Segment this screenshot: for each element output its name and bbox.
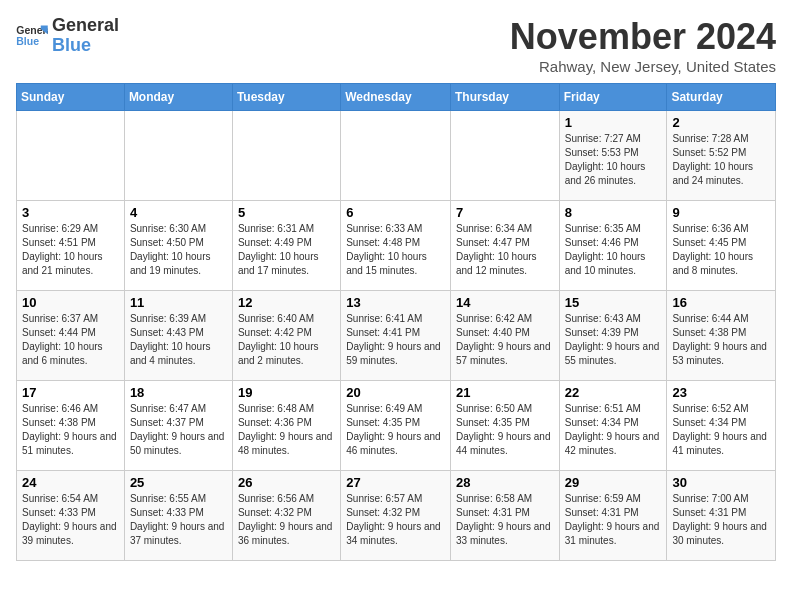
- day-number: 25: [130, 475, 227, 490]
- logo-text: GeneralBlue: [52, 16, 119, 56]
- day-info: Sunrise: 6:54 AM Sunset: 4:33 PM Dayligh…: [22, 492, 119, 548]
- day-number: 12: [238, 295, 335, 310]
- day-info: Sunrise: 6:43 AM Sunset: 4:39 PM Dayligh…: [565, 312, 662, 368]
- day-number: 3: [22, 205, 119, 220]
- header-day-monday: Monday: [124, 84, 232, 111]
- logo: General Blue GeneralBlue: [16, 16, 119, 56]
- day-info: Sunrise: 6:47 AM Sunset: 4:37 PM Dayligh…: [130, 402, 227, 458]
- day-info: Sunrise: 6:50 AM Sunset: 4:35 PM Dayligh…: [456, 402, 554, 458]
- calendar-cell: 22Sunrise: 6:51 AM Sunset: 4:34 PM Dayli…: [559, 381, 667, 471]
- calendar-cell: 23Sunrise: 6:52 AM Sunset: 4:34 PM Dayli…: [667, 381, 776, 471]
- svg-text:Blue: Blue: [16, 35, 39, 47]
- day-number: 21: [456, 385, 554, 400]
- day-info: Sunrise: 6:48 AM Sunset: 4:36 PM Dayligh…: [238, 402, 335, 458]
- day-number: 4: [130, 205, 227, 220]
- day-number: 20: [346, 385, 445, 400]
- calendar-cell: 14Sunrise: 6:42 AM Sunset: 4:40 PM Dayli…: [450, 291, 559, 381]
- calendar-cell: 25Sunrise: 6:55 AM Sunset: 4:33 PM Dayli…: [124, 471, 232, 561]
- day-number: 27: [346, 475, 445, 490]
- calendar-cell: [232, 111, 340, 201]
- header-row: SundayMondayTuesdayWednesdayThursdayFrid…: [17, 84, 776, 111]
- day-info: Sunrise: 6:44 AM Sunset: 4:38 PM Dayligh…: [672, 312, 770, 368]
- calendar-cell: 5Sunrise: 6:31 AM Sunset: 4:49 PM Daylig…: [232, 201, 340, 291]
- calendar-cell: 27Sunrise: 6:57 AM Sunset: 4:32 PM Dayli…: [341, 471, 451, 561]
- day-number: 30: [672, 475, 770, 490]
- calendar-cell: [17, 111, 125, 201]
- calendar-cell: [124, 111, 232, 201]
- day-number: 24: [22, 475, 119, 490]
- calendar-cell: 6Sunrise: 6:33 AM Sunset: 4:48 PM Daylig…: [341, 201, 451, 291]
- week-row-0: 1Sunrise: 7:27 AM Sunset: 5:53 PM Daylig…: [17, 111, 776, 201]
- calendar-cell: 7Sunrise: 6:34 AM Sunset: 4:47 PM Daylig…: [450, 201, 559, 291]
- day-info: Sunrise: 6:51 AM Sunset: 4:34 PM Dayligh…: [565, 402, 662, 458]
- calendar-cell: 29Sunrise: 6:59 AM Sunset: 4:31 PM Dayli…: [559, 471, 667, 561]
- week-row-1: 3Sunrise: 6:29 AM Sunset: 4:51 PM Daylig…: [17, 201, 776, 291]
- calendar-cell: 11Sunrise: 6:39 AM Sunset: 4:43 PM Dayli…: [124, 291, 232, 381]
- calendar-cell: 3Sunrise: 6:29 AM Sunset: 4:51 PM Daylig…: [17, 201, 125, 291]
- day-number: 9: [672, 205, 770, 220]
- day-number: 8: [565, 205, 662, 220]
- calendar-cell: 10Sunrise: 6:37 AM Sunset: 4:44 PM Dayli…: [17, 291, 125, 381]
- calendar-cell: 12Sunrise: 6:40 AM Sunset: 4:42 PM Dayli…: [232, 291, 340, 381]
- header-day-tuesday: Tuesday: [232, 84, 340, 111]
- calendar-cell: 20Sunrise: 6:49 AM Sunset: 4:35 PM Dayli…: [341, 381, 451, 471]
- title-section: November 2024 Rahway, New Jersey, United…: [510, 16, 776, 75]
- calendar-table: SundayMondayTuesdayWednesdayThursdayFrid…: [16, 83, 776, 561]
- calendar-cell: 1Sunrise: 7:27 AM Sunset: 5:53 PM Daylig…: [559, 111, 667, 201]
- day-number: 10: [22, 295, 119, 310]
- day-number: 28: [456, 475, 554, 490]
- calendar-cell: 24Sunrise: 6:54 AM Sunset: 4:33 PM Dayli…: [17, 471, 125, 561]
- day-info: Sunrise: 6:33 AM Sunset: 4:48 PM Dayligh…: [346, 222, 445, 278]
- calendar-cell: 21Sunrise: 6:50 AM Sunset: 4:35 PM Dayli…: [450, 381, 559, 471]
- day-number: 7: [456, 205, 554, 220]
- day-number: 16: [672, 295, 770, 310]
- day-info: Sunrise: 6:55 AM Sunset: 4:33 PM Dayligh…: [130, 492, 227, 548]
- day-number: 19: [238, 385, 335, 400]
- calendar-cell: 9Sunrise: 6:36 AM Sunset: 4:45 PM Daylig…: [667, 201, 776, 291]
- day-info: Sunrise: 6:37 AM Sunset: 4:44 PM Dayligh…: [22, 312, 119, 368]
- day-number: 26: [238, 475, 335, 490]
- week-row-4: 24Sunrise: 6:54 AM Sunset: 4:33 PM Dayli…: [17, 471, 776, 561]
- day-info: Sunrise: 6:59 AM Sunset: 4:31 PM Dayligh…: [565, 492, 662, 548]
- calendar-cell: 13Sunrise: 6:41 AM Sunset: 4:41 PM Dayli…: [341, 291, 451, 381]
- day-info: Sunrise: 6:35 AM Sunset: 4:46 PM Dayligh…: [565, 222, 662, 278]
- day-number: 22: [565, 385, 662, 400]
- day-info: Sunrise: 7:28 AM Sunset: 5:52 PM Dayligh…: [672, 132, 770, 188]
- header: General Blue GeneralBlue November 2024 R…: [16, 16, 776, 75]
- day-number: 18: [130, 385, 227, 400]
- day-info: Sunrise: 6:40 AM Sunset: 4:42 PM Dayligh…: [238, 312, 335, 368]
- calendar-cell: 19Sunrise: 6:48 AM Sunset: 4:36 PM Dayli…: [232, 381, 340, 471]
- day-number: 6: [346, 205, 445, 220]
- day-info: Sunrise: 6:34 AM Sunset: 4:47 PM Dayligh…: [456, 222, 554, 278]
- calendar-cell: 30Sunrise: 7:00 AM Sunset: 4:31 PM Dayli…: [667, 471, 776, 561]
- day-info: Sunrise: 6:56 AM Sunset: 4:32 PM Dayligh…: [238, 492, 335, 548]
- day-number: 14: [456, 295, 554, 310]
- day-number: 17: [22, 385, 119, 400]
- calendar-cell: [450, 111, 559, 201]
- calendar-cell: 8Sunrise: 6:35 AM Sunset: 4:46 PM Daylig…: [559, 201, 667, 291]
- calendar-cell: 16Sunrise: 6:44 AM Sunset: 4:38 PM Dayli…: [667, 291, 776, 381]
- calendar-header: SundayMondayTuesdayWednesdayThursdayFrid…: [17, 84, 776, 111]
- day-info: Sunrise: 6:46 AM Sunset: 4:38 PM Dayligh…: [22, 402, 119, 458]
- header-day-saturday: Saturday: [667, 84, 776, 111]
- header-day-sunday: Sunday: [17, 84, 125, 111]
- calendar-cell: 17Sunrise: 6:46 AM Sunset: 4:38 PM Dayli…: [17, 381, 125, 471]
- day-info: Sunrise: 6:52 AM Sunset: 4:34 PM Dayligh…: [672, 402, 770, 458]
- day-number: 11: [130, 295, 227, 310]
- day-number: 15: [565, 295, 662, 310]
- day-info: Sunrise: 7:27 AM Sunset: 5:53 PM Dayligh…: [565, 132, 662, 188]
- header-day-wednesday: Wednesday: [341, 84, 451, 111]
- day-number: 23: [672, 385, 770, 400]
- calendar-cell: [341, 111, 451, 201]
- day-number: 29: [565, 475, 662, 490]
- day-number: 1: [565, 115, 662, 130]
- day-number: 13: [346, 295, 445, 310]
- day-info: Sunrise: 6:39 AM Sunset: 4:43 PM Dayligh…: [130, 312, 227, 368]
- day-info: Sunrise: 6:30 AM Sunset: 4:50 PM Dayligh…: [130, 222, 227, 278]
- calendar-cell: 2Sunrise: 7:28 AM Sunset: 5:52 PM Daylig…: [667, 111, 776, 201]
- day-info: Sunrise: 7:00 AM Sunset: 4:31 PM Dayligh…: [672, 492, 770, 548]
- day-info: Sunrise: 6:58 AM Sunset: 4:31 PM Dayligh…: [456, 492, 554, 548]
- calendar-cell: 4Sunrise: 6:30 AM Sunset: 4:50 PM Daylig…: [124, 201, 232, 291]
- calendar-cell: 18Sunrise: 6:47 AM Sunset: 4:37 PM Dayli…: [124, 381, 232, 471]
- day-info: Sunrise: 6:57 AM Sunset: 4:32 PM Dayligh…: [346, 492, 445, 548]
